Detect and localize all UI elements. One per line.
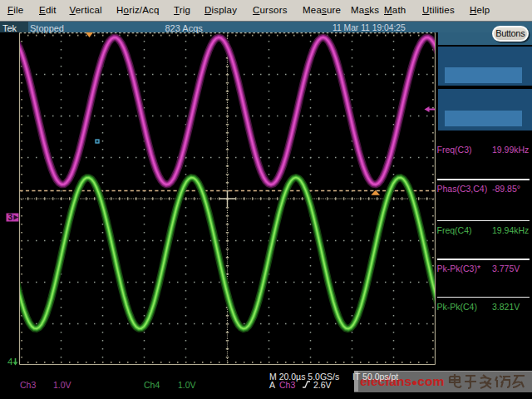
svg-text:3: 3 [8,213,13,222]
svg-text:4: 4 [7,357,13,367]
